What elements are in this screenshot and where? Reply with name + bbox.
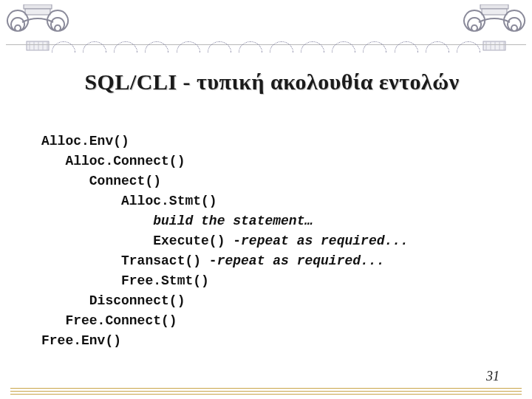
footer-line-icon bbox=[10, 391, 522, 392]
code-line: Free.Stmt() bbox=[41, 273, 209, 288]
code-line-em: repeat as required... bbox=[241, 233, 409, 248]
code-line: Alloc.Stmt() bbox=[41, 194, 217, 208]
code-line: Disconnect() bbox=[41, 293, 185, 308]
code-line bbox=[41, 214, 153, 228]
code-sequence: Alloc.Env() Alloc.Connect() Connect() Al… bbox=[41, 132, 502, 351]
page-number: 31 bbox=[486, 369, 499, 384]
footer-line-icon bbox=[10, 394, 522, 395]
code-line: Alloc.Env() bbox=[41, 134, 129, 149]
svg-rect-1 bbox=[25, 9, 50, 15]
code-line: Free.Env() bbox=[41, 333, 121, 348]
svg-rect-9 bbox=[482, 9, 507, 15]
svg-rect-8 bbox=[480, 4, 508, 9]
code-line: Transact() - bbox=[41, 253, 217, 268]
code-line-em: build the statement… bbox=[153, 214, 313, 228]
dotted-arches-icon bbox=[52, 41, 480, 52]
slide: SQL/CLI - τυπική ακολουθία εντολών Alloc… bbox=[0, 0, 532, 399]
code-line: Execute() - bbox=[41, 233, 241, 248]
code-line: Connect() bbox=[41, 174, 161, 188]
code-line: Free.Connect() bbox=[41, 313, 177, 328]
slide-title: SQL/CLI - τυπική ακολουθία εντολών bbox=[41, 69, 502, 95]
code-line: Alloc.Connect() bbox=[41, 154, 185, 168]
code-line-em: repeat as required... bbox=[217, 253, 385, 268]
footer-line-icon bbox=[10, 388, 522, 389]
svg-rect-0 bbox=[24, 4, 52, 9]
